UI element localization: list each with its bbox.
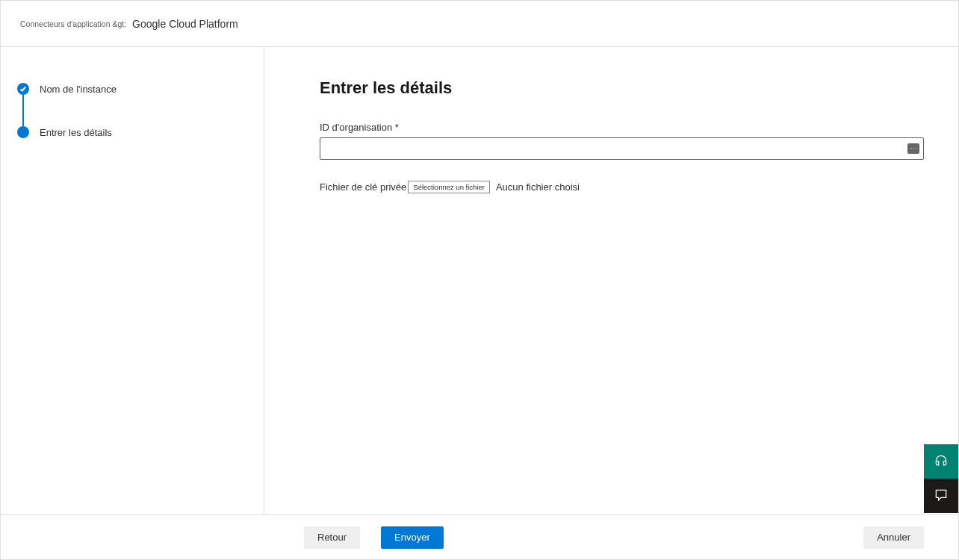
support-button[interactable] (924, 444, 958, 479)
content-wrapper: Nom de l'instance Entrer les détails Ent… (1, 47, 958, 514)
file-status-text: Aucun fichier choisi (496, 181, 580, 193)
main-panel: Entrer les détails ID d'organisation * ⋯… (264, 47, 958, 514)
feedback-icon (934, 488, 949, 505)
back-button[interactable]: Retour (304, 526, 360, 549)
ellipsis-icon[interactable]: ⋯ (907, 143, 919, 154)
footer-left: Retour Envoyer (304, 526, 444, 549)
org-id-field-group: ID d'organisation * ⋯ (320, 122, 924, 160)
file-row: Fichier de clé privée Sélectionnez un fi… (320, 181, 924, 193)
dot-icon (17, 126, 29, 138)
private-key-label: Fichier de clé privée (320, 181, 406, 193)
step-item-enter-details[interactable]: Entrer les détails (17, 126, 264, 138)
page-title: Entrer les détails (320, 78, 924, 98)
float-buttons (924, 444, 958, 513)
org-id-label: ID d'organisation * (320, 122, 924, 133)
private-key-field-group: Fichier de clé privée Sélectionnez un fi… (320, 181, 924, 193)
footer: Retour Envoyer Annuler (1, 514, 958, 559)
cancel-button[interactable]: Annuler (863, 526, 924, 549)
footer-right: Annuler (863, 526, 924, 549)
breadcrumb: Connecteurs d'application &gt; Google Cl… (20, 18, 238, 30)
breadcrumb-parent[interactable]: Connecteurs d'application &gt; (20, 19, 126, 28)
header: Connecteurs d'application &gt; Google Cl… (1, 1, 958, 47)
step-label: Entrer les détails (40, 127, 112, 138)
headset-icon (934, 453, 949, 470)
submit-button[interactable]: Envoyer (381, 526, 444, 549)
step-item-instance-name[interactable]: Nom de l'instance (17, 83, 264, 126)
step-connector (22, 95, 24, 126)
select-file-button[interactable]: Sélectionnez un fichier (408, 181, 490, 193)
step-label: Nom de l'instance (40, 84, 117, 95)
sidebar: Nom de l'instance Entrer les détails (1, 47, 264, 514)
org-id-input[interactable] (320, 137, 924, 160)
step-list: Nom de l'instance Entrer les détails (17, 83, 264, 138)
check-icon (17, 83, 29, 95)
org-id-input-wrapper: ⋯ (320, 137, 924, 160)
feedback-button[interactable] (924, 479, 958, 513)
breadcrumb-current: Google Cloud Platform (132, 18, 238, 30)
